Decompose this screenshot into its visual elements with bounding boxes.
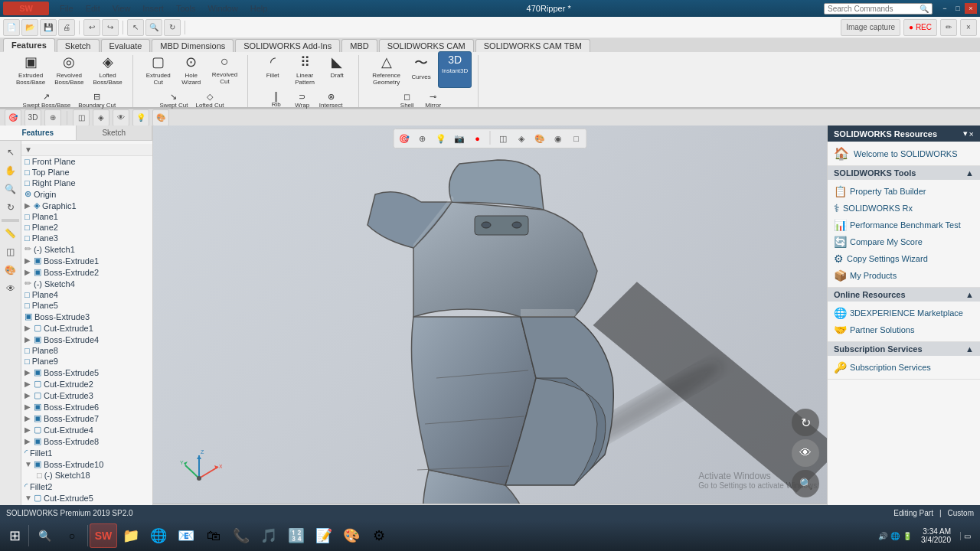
- lofted-cut-button[interactable]: ◇ Lofted Cut: [192, 90, 227, 111]
- tree-item-fillet1[interactable]: ◜ Fillet1: [21, 447, 152, 458]
- tree-item-boss-extrude7[interactable]: ▶ ▣ Boss-Extrude7: [21, 412, 152, 424]
- copy-settings-link[interactable]: ⚙ Copy Settings Wizard: [834, 250, 974, 267]
- shell-button[interactable]: ◻ Shell: [395, 90, 420, 111]
- tree-item-plane3[interactable]: □ Plane3: [21, 233, 152, 243]
- ct-appearance-button[interactable]: 🎨: [531, 131, 548, 146]
- ct-orient-button[interactable]: 🎯: [396, 131, 413, 146]
- taskbar-phone[interactable]: 📞: [227, 523, 255, 548]
- tab-features[interactable]: Features: [3, 38, 55, 52]
- save-button[interactable]: 💾: [40, 19, 57, 36]
- tree-item-origin[interactable]: ⊕ Origin: [21, 188, 152, 200]
- menu-view[interactable]: View: [106, 2, 137, 15]
- tab-mbd[interactable]: MBD: [341, 39, 377, 52]
- tree-item-top-plane[interactable]: □ Top Plane: [21, 167, 152, 178]
- boss-extrude7-expander[interactable]: ▶: [24, 414, 34, 422]
- partner-solutions-link[interactable]: 🤝 Partner Solutions: [834, 321, 974, 338]
- image-capture-button[interactable]: Image capture: [841, 19, 900, 36]
- start-button[interactable]: ⊞: [3, 522, 27, 549]
- swept-cut-button[interactable]: ↘ Swept Cut: [157, 90, 191, 111]
- vtb-select[interactable]: ↖: [2, 144, 19, 161]
- rib-button[interactable]: ║ Rib: [264, 90, 289, 111]
- boss-extrude4-expander[interactable]: ▶: [24, 335, 34, 344]
- ct-display-button[interactable]: ◈: [513, 131, 530, 146]
- vtb-zoom[interactable]: 🔍: [2, 181, 19, 197]
- vtb-appearance[interactable]: 🎨: [2, 262, 19, 279]
- vtb-section[interactable]: ◫: [2, 243, 19, 260]
- minimize-button[interactable]: −: [939, 3, 951, 14]
- view-zoom-fit-button[interactable]: ⊕: [44, 109, 61, 126]
- tree-item-plane1[interactable]: □ Plane1: [21, 211, 152, 222]
- subscription-services-link[interactable]: 🔑 Subscription Services: [834, 359, 974, 376]
- taskbar-store[interactable]: 🛍: [200, 523, 227, 548]
- tree-item-sketch1[interactable]: ✏ (-) Sketch1: [21, 243, 152, 255]
- vtb-pan[interactable]: ✋: [2, 162, 19, 179]
- canvas-area[interactable]: 🎯 ⊕ 💡 📷 ● ◫ ◈ 🎨 ◉ □: [153, 126, 827, 520]
- zoom-nav-button[interactable]: 🔍: [792, 470, 819, 497]
- tab-sketch[interactable]: Sketch: [57, 39, 100, 52]
- print-button[interactable]: 🖨: [58, 19, 75, 36]
- taskbar-paint[interactable]: 🎨: [338, 523, 365, 548]
- vtb-rotate[interactable]: ↻: [2, 199, 19, 216]
- boss-extrude5-expander[interactable]: ▶: [24, 368, 34, 377]
- intersect-button[interactable]: ⊗ Intersect: [316, 90, 346, 111]
- boss-extrude10-expander[interactable]: ▼: [24, 460, 34, 468]
- fillet-button[interactable]: ◜ Fillet: [257, 51, 288, 88]
- wrap-button[interactable]: ⊃ Wrap: [290, 90, 315, 111]
- tree-item-boss-extrude3[interactable]: ▣ Boss-Extrude3: [21, 311, 152, 322]
- tree-item-cut-extrude3[interactable]: ▶ ▢ Cut-Extrude3: [21, 390, 152, 401]
- system-clock[interactable]: 3:34 AM 3/4/2020: [915, 527, 957, 544]
- redo-button[interactable]: ↪: [102, 19, 119, 36]
- tree-item-cut-extrude2[interactable]: ▶ ▢ Cut-Extrude2: [21, 378, 152, 390]
- select-button[interactable]: ↖: [127, 19, 144, 36]
- my-products-link[interactable]: 📦 My Products: [834, 267, 974, 284]
- ct-record-button[interactable]: ●: [469, 131, 486, 146]
- taskbar-mail[interactable]: 📧: [172, 523, 200, 548]
- cortana-button[interactable]: ○: [58, 523, 86, 548]
- graphic1-expander[interactable]: ▶: [24, 201, 34, 210]
- lofted-boss-button[interactable]: ◈ LoftedBoss/Base: [90, 51, 126, 88]
- tab-evaluate[interactable]: Evaluate: [101, 39, 151, 52]
- taskbar-notepad[interactable]: 📝: [310, 523, 338, 548]
- tree-item-plane5[interactable]: □ Plane5: [21, 300, 152, 311]
- menu-help[interactable]: Help: [244, 2, 274, 15]
- ct-view-button[interactable]: ⊕: [414, 131, 431, 146]
- draft-button[interactable]: ◣ Draft: [322, 51, 352, 88]
- property-tab-builder-link[interactable]: 📋 Property Tab Builder: [834, 183, 974, 200]
- tree-item-boss-extrude10[interactable]: ▼ ▣ Boss-Extrude10: [21, 458, 152, 470]
- linear-pattern-button[interactable]: ⠿ LinearPattern: [289, 51, 320, 88]
- panel-tab-sketch[interactable]: Sketch: [77, 126, 153, 140]
- zoom-button[interactable]: 🔍: [145, 19, 162, 36]
- ct-box-button[interactable]: □: [568, 131, 585, 146]
- tree-item-boss-extrude4[interactable]: ▶ ▣ Boss-Extrude4: [21, 334, 152, 345]
- close-button[interactable]: ×: [965, 3, 977, 14]
- sw-tools-header[interactable]: SOLIDWORKS Tools ▲: [828, 166, 980, 180]
- rotate-nav-button[interactable]: ↻: [792, 409, 819, 436]
- ct-light-button[interactable]: 💡: [433, 131, 449, 146]
- menu-window[interactable]: Window: [202, 2, 244, 15]
- search-commands-input[interactable]: [828, 5, 920, 13]
- tree-item-boss-extrude8[interactable]: ▶ ▣ Boss-Extrude8: [21, 435, 152, 447]
- ct-camera-button[interactable]: 📷: [451, 131, 468, 146]
- menu-edit[interactable]: Edit: [80, 2, 106, 15]
- display-style-button[interactable]: ◈: [93, 109, 109, 126]
- view-orient-button[interactable]: 🎯: [5, 109, 21, 126]
- render-button[interactable]: 💡: [132, 109, 149, 126]
- extruded-boss-button[interactable]: ▣ ExtrudedBoss/Base: [12, 51, 49, 88]
- taskview-button[interactable]: 🔍: [31, 523, 58, 548]
- sw-rx-link[interactable]: ⚕ SOLIDWORKS Rx: [834, 200, 974, 217]
- taskbar-settings[interactable]: ⚙: [365, 523, 393, 548]
- extruded-cut-button[interactable]: ▢ ExtrudedCut: [142, 51, 175, 88]
- undo-button[interactable]: ↩: [83, 19, 100, 36]
- tree-item-boss-extrude6[interactable]: ▶ ▣ Boss-Extrude6: [21, 401, 152, 412]
- section-view-button[interactable]: ◫: [73, 109, 90, 126]
- welcome-link[interactable]: Welcome to SOLIDWORKS: [854, 149, 958, 158]
- boss-extrude2-expander[interactable]: ▶: [24, 268, 34, 276]
- restore-button[interactable]: □: [952, 3, 964, 14]
- tree-item-sketch4[interactable]: ✏ (-) Sketch4: [21, 278, 152, 289]
- revolved-boss-button[interactable]: ◎ RevolvedBoss/Base: [51, 51, 87, 88]
- revolved-cut-button[interactable]: ○ RevolvedCut: [208, 51, 241, 88]
- rec-button[interactable]: ● REC: [903, 19, 937, 36]
- vtb-measure[interactable]: 📏: [2, 225, 19, 242]
- tab-cam-tbm[interactable]: SOLIDWORKS CAM TBM: [475, 39, 590, 52]
- view-nav-button[interactable]: 👁: [792, 439, 819, 467]
